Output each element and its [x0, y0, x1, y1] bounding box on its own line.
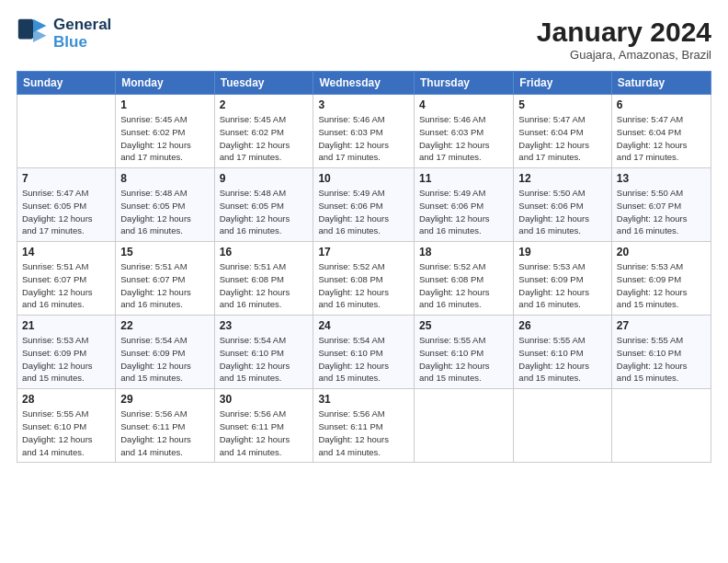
- day-number: 10: [318, 172, 409, 185]
- day-number: 8: [120, 172, 209, 185]
- calendar-cell: 2Sunrise: 5:45 AMSunset: 6:02 PMDaylight…: [214, 95, 313, 168]
- calendar-week-2: 7Sunrise: 5:47 AMSunset: 6:05 PMDaylight…: [17, 168, 711, 242]
- day-number: 29: [120, 393, 209, 406]
- calendar-cell: 20Sunrise: 5:53 AMSunset: 6:09 PMDayligh…: [611, 242, 711, 316]
- day-number: 5: [518, 98, 607, 111]
- day-number: 26: [518, 319, 607, 332]
- day-info: Sunrise: 5:46 AMSunset: 6:03 PMDaylight:…: [318, 113, 409, 164]
- calendar-cell: 28Sunrise: 5:55 AMSunset: 6:10 PMDayligh…: [17, 389, 116, 463]
- calendar-cell: 26Sunrise: 5:55 AMSunset: 6:10 PMDayligh…: [514, 316, 612, 389]
- calendar-cell: 23Sunrise: 5:54 AMSunset: 6:10 PMDayligh…: [214, 316, 313, 389]
- day-info: Sunrise: 5:46 AMSunset: 6:03 PMDaylight:…: [419, 113, 508, 164]
- day-info: Sunrise: 5:53 AMSunset: 6:09 PMDaylight:…: [518, 260, 607, 311]
- page: General Blue January 2024 Guajara, Amazo…: [0, 0, 728, 563]
- calendar-cell: 30Sunrise: 5:56 AMSunset: 6:11 PMDayligh…: [214, 389, 313, 463]
- calendar-cell: 22Sunrise: 5:54 AMSunset: 6:09 PMDayligh…: [116, 316, 214, 389]
- day-number: 2: [220, 98, 309, 111]
- day-info: Sunrise: 5:50 AMSunset: 6:06 PMDaylight:…: [518, 187, 607, 237]
- day-number: 16: [220, 246, 309, 259]
- weekday-header-sunday: Sunday: [17, 72, 116, 95]
- calendar-cell: [611, 389, 711, 463]
- calendar-cell: 1Sunrise: 5:45 AMSunset: 6:02 PMDaylight…: [116, 95, 214, 168]
- day-info: Sunrise: 5:56 AMSunset: 6:11 PMDaylight:…: [120, 408, 209, 458]
- day-number: 15: [120, 246, 209, 259]
- calendar-cell: 18Sunrise: 5:52 AMSunset: 6:08 PMDayligh…: [415, 242, 514, 316]
- calendar-subtitle: Guajara, Amazonas, Brazil: [537, 48, 711, 62]
- weekday-header-friday: Friday: [514, 72, 612, 95]
- calendar-cell: 4Sunrise: 5:46 AMSunset: 6:03 PMDaylight…: [415, 95, 514, 168]
- logo-line1: General: [53, 16, 111, 33]
- calendar-cell: 29Sunrise: 5:56 AMSunset: 6:11 PMDayligh…: [116, 389, 214, 463]
- day-number: 18: [419, 246, 508, 259]
- day-info: Sunrise: 5:50 AMSunset: 6:07 PMDaylight:…: [617, 187, 706, 237]
- calendar-cell: 14Sunrise: 5:51 AMSunset: 6:07 PMDayligh…: [17, 242, 116, 316]
- calendar-cell: 16Sunrise: 5:51 AMSunset: 6:08 PMDayligh…: [214, 242, 313, 316]
- svg-marker-2: [33, 29, 46, 41]
- day-info: Sunrise: 5:54 AMSunset: 6:10 PMDaylight:…: [220, 334, 309, 385]
- day-number: 7: [22, 172, 110, 185]
- day-number: 4: [419, 98, 508, 111]
- day-info: Sunrise: 5:51 AMSunset: 6:07 PMDaylight:…: [22, 260, 110, 311]
- weekday-header-monday: Monday: [116, 72, 214, 95]
- day-info: Sunrise: 5:56 AMSunset: 6:11 PMDaylight:…: [318, 408, 409, 458]
- header: General Blue January 2024 Guajara, Amazo…: [17, 17, 711, 62]
- calendar-table: SundayMondayTuesdayWednesdayThursdayFrid…: [17, 71, 711, 463]
- calendar-cell: [514, 389, 612, 463]
- calendar-cell: 10Sunrise: 5:49 AMSunset: 6:06 PMDayligh…: [313, 168, 415, 242]
- logo-text: General Blue: [53, 17, 111, 51]
- calendar-cell: 11Sunrise: 5:49 AMSunset: 6:06 PMDayligh…: [415, 168, 514, 242]
- day-info: Sunrise: 5:49 AMSunset: 6:06 PMDaylight:…: [318, 187, 409, 237]
- calendar-cell: [17, 95, 116, 168]
- calendar-header-row: SundayMondayTuesdayWednesdayThursdayFrid…: [17, 72, 711, 95]
- calendar-cell: 12Sunrise: 5:50 AMSunset: 6:06 PMDayligh…: [514, 168, 612, 242]
- calendar-cell: 31Sunrise: 5:56 AMSunset: 6:11 PMDayligh…: [313, 389, 415, 463]
- day-number: 19: [518, 246, 607, 259]
- logo: General Blue: [17, 17, 111, 51]
- day-info: Sunrise: 5:49 AMSunset: 6:06 PMDaylight:…: [419, 187, 508, 237]
- day-info: Sunrise: 5:56 AMSunset: 6:11 PMDaylight:…: [220, 408, 309, 458]
- day-number: 13: [617, 172, 706, 185]
- weekday-header-thursday: Thursday: [415, 72, 514, 95]
- svg-rect-0: [18, 18, 33, 39]
- day-info: Sunrise: 5:51 AMSunset: 6:07 PMDaylight:…: [120, 260, 209, 311]
- day-number: 28: [22, 393, 110, 406]
- weekday-header-saturday: Saturday: [611, 72, 711, 95]
- calendar-cell: 27Sunrise: 5:55 AMSunset: 6:10 PMDayligh…: [611, 316, 711, 389]
- day-info: Sunrise: 5:55 AMSunset: 6:10 PMDaylight:…: [617, 334, 706, 385]
- day-info: Sunrise: 5:55 AMSunset: 6:10 PMDaylight:…: [518, 334, 607, 385]
- calendar-cell: 24Sunrise: 5:54 AMSunset: 6:10 PMDayligh…: [313, 316, 415, 389]
- day-info: Sunrise: 5:48 AMSunset: 6:05 PMDaylight:…: [220, 187, 309, 237]
- day-number: 1: [120, 98, 209, 111]
- day-info: Sunrise: 5:55 AMSunset: 6:10 PMDaylight:…: [22, 408, 110, 458]
- calendar-cell: 15Sunrise: 5:51 AMSunset: 6:07 PMDayligh…: [116, 242, 214, 316]
- calendar-week-5: 28Sunrise: 5:55 AMSunset: 6:10 PMDayligh…: [17, 389, 711, 463]
- day-number: 20: [617, 246, 706, 259]
- day-info: Sunrise: 5:54 AMSunset: 6:10 PMDaylight:…: [318, 334, 409, 385]
- calendar-cell: 5Sunrise: 5:47 AMSunset: 6:04 PMDaylight…: [514, 95, 612, 168]
- weekday-header-wednesday: Wednesday: [313, 72, 415, 95]
- day-number: 31: [318, 393, 409, 406]
- calendar-cell: 17Sunrise: 5:52 AMSunset: 6:08 PMDayligh…: [313, 242, 415, 316]
- weekday-header-tuesday: Tuesday: [214, 72, 313, 95]
- day-info: Sunrise: 5:47 AMSunset: 6:04 PMDaylight:…: [617, 113, 706, 164]
- calendar-title: January 2024: [537, 17, 711, 48]
- calendar-cell: 13Sunrise: 5:50 AMSunset: 6:07 PMDayligh…: [611, 168, 711, 242]
- calendar-cell: 8Sunrise: 5:48 AMSunset: 6:05 PMDaylight…: [116, 168, 214, 242]
- day-number: 30: [220, 393, 309, 406]
- day-info: Sunrise: 5:53 AMSunset: 6:09 PMDaylight:…: [22, 334, 110, 385]
- day-info: Sunrise: 5:53 AMSunset: 6:09 PMDaylight:…: [617, 260, 706, 311]
- logo-line2: Blue: [53, 33, 87, 51]
- calendar-week-1: 1Sunrise: 5:45 AMSunset: 6:02 PMDaylight…: [17, 95, 711, 168]
- day-number: 25: [419, 319, 508, 332]
- day-number: 27: [617, 319, 706, 332]
- calendar-cell: 9Sunrise: 5:48 AMSunset: 6:05 PMDaylight…: [214, 168, 313, 242]
- calendar-week-3: 14Sunrise: 5:51 AMSunset: 6:07 PMDayligh…: [17, 242, 711, 316]
- day-number: 21: [22, 319, 110, 332]
- day-info: Sunrise: 5:47 AMSunset: 6:04 PMDaylight:…: [518, 113, 607, 164]
- day-info: Sunrise: 5:45 AMSunset: 6:02 PMDaylight:…: [220, 113, 309, 164]
- day-info: Sunrise: 5:51 AMSunset: 6:08 PMDaylight:…: [220, 260, 309, 311]
- logo-icon: [17, 17, 50, 51]
- calendar-cell: [415, 389, 514, 463]
- day-number: 14: [22, 246, 110, 259]
- day-number: 6: [617, 98, 706, 111]
